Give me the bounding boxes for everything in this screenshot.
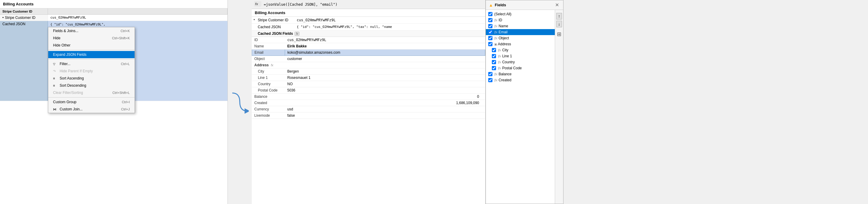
hide-parent-icon: ↷ <box>53 69 58 73</box>
left-table-header: Stripe Customer ID <box>0 8 227 15</box>
field-label-id: ID <box>252 37 285 43</box>
rp-stripe-value: cus_O2HmwPRYwMFz9L <box>295 18 485 23</box>
hierarchy-icon[interactable]: ⊞ <box>557 31 561 37</box>
menu-hide-other[interactable]: Hide Other <box>48 42 134 49</box>
field-value-id: cus_O2HmwPRYwMFz9L <box>285 37 485 43</box>
menu-custom-join[interactable]: ⋈ Custom Join... Ctrl+J <box>48 106 134 113</box>
menu-filter[interactable]: ▽ Filter... Ctrl+L <box>48 60 134 67</box>
move-up-button[interactable]: ↑ <box>556 13 562 20</box>
rp-cached-fields-header: Cached JSON Fields fx <box>252 31 485 37</box>
field-name-country: Country <box>502 60 515 64</box>
formula-text: =jsonValue([Cached JSON], "email") <box>264 2 338 7</box>
fx-label-line1: |fx <box>498 55 501 58</box>
field-item-name[interactable]: |fx Name <box>486 23 555 29</box>
menu-hide-parent[interactable]: ↷ Hide Parent If Empty <box>48 67 134 75</box>
field-value-currency: usd <box>285 106 485 113</box>
checkbox-postal[interactable] <box>492 66 496 70</box>
field-item-id[interactable]: |fx ID <box>486 17 555 23</box>
menu-fields-joins-shortcut: Ctrl+K <box>121 29 130 33</box>
right-main-panel: fx =jsonValue([Cached JSON], "email") Bi… <box>252 0 486 204</box>
fields-title: ▲ Fields <box>489 3 506 7</box>
field-name-line1: Line 1 <box>502 54 512 58</box>
table-row-email: Email koko@simulator.amazonses.com <box>252 50 485 56</box>
table-row: Name Eirik Bakke <box>252 43 485 50</box>
field-name-object: Object <box>498 36 509 40</box>
right-panel-title: Billing Accounts <box>252 9 485 17</box>
table-row: ID cus_O2HmwPRYwMFz9L <box>252 37 485 43</box>
checkbox-select-all[interactable] <box>488 12 492 16</box>
rp-cached-json-row: Cached JSON { "id": "cus_O2HmwPRYwMFz9L"… <box>252 24 485 31</box>
field-item-postal[interactable]: |fx Postal Code <box>486 65 555 71</box>
move-down-button[interactable]: ↓ <box>556 21 562 27</box>
field-item-city[interactable]: |fx City <box>486 47 555 53</box>
menu-custom-group-shortcut: Ctrl+I <box>122 100 130 104</box>
fx-label-email: |fx <box>494 31 497 34</box>
table-row: City Bergen <box>252 68 485 75</box>
right-title-text: Billing Accounts <box>255 10 285 15</box>
menu-sort-desc-label: Sort Descending <box>60 83 124 88</box>
field-value-address <box>285 62 485 68</box>
checkbox-id[interactable] <box>488 18 492 22</box>
fx-label-city: |fx <box>498 49 501 52</box>
checkbox-address[interactable] <box>488 42 492 46</box>
fx-bar-icon: fx <box>254 1 261 7</box>
field-label-livemode: Livemode <box>252 113 285 119</box>
checkbox-line1[interactable] <box>492 54 496 58</box>
field-label-name: Name <box>252 43 285 50</box>
field-name-created: Created <box>498 78 511 82</box>
menu-custom-group-label: Custom Group <box>53 100 116 104</box>
field-value-line1: Rosesmauet 1 <box>285 75 485 81</box>
menu-sort-asc[interactable]: ≡ Sort Ascending <box>48 75 134 82</box>
fx-label-created: |fx <box>494 79 497 82</box>
field-item-email[interactable]: |fx Email <box>486 29 555 35</box>
menu-sep-3 <box>48 97 134 97</box>
context-menu: Fields & Joins... Ctrl+K Hide Ctrl+Shift… <box>48 27 135 113</box>
field-item-address[interactable]: ▣ Address <box>486 41 555 47</box>
field-name-name: Name <box>498 24 508 28</box>
field-item-line1[interactable]: |fx Line 1 <box>486 53 555 59</box>
field-value-balance: 0 <box>285 94 485 100</box>
checkbox-name[interactable] <box>488 24 492 28</box>
checkbox-city[interactable] <box>492 48 496 52</box>
field-item-country[interactable]: |fx Country <box>486 59 555 65</box>
join-icon: ⋈ <box>53 108 58 111</box>
checkbox-created[interactable] <box>488 78 492 82</box>
checkbox-object[interactable] <box>488 36 492 40</box>
field-label-object: Object <box>252 56 285 62</box>
checkbox-balance[interactable] <box>488 72 492 76</box>
checkbox-email[interactable] <box>488 30 492 34</box>
table-row: Currency usd <box>252 106 485 113</box>
arrow-buttons-panel: ↑ ↓ ⊞ <box>555 10 563 204</box>
fields-table: ID cus_O2HmwPRYwMFz9L Name Eirik Bakke E… <box>252 37 485 119</box>
field-item-select-all[interactable]: (Select All) <box>486 11 555 17</box>
field-label-line1: Line 1 <box>252 75 285 81</box>
field-label-created: Created <box>252 100 285 106</box>
fields-fx-badge: fx <box>294 32 300 36</box>
menu-filter-shortcut: Ctrl+L <box>121 62 130 66</box>
sort-asc-icon: ≡ <box>53 77 58 80</box>
left-panel-title: Billing Accounts <box>0 0 227 8</box>
table-row: Postal Code 5036 <box>252 87 485 94</box>
menu-expand-json[interactable]: Expand JSON Fields <box>48 51 134 58</box>
menu-hide[interactable]: Hide Ctrl+Shift+K <box>48 34 134 42</box>
menu-sort-desc[interactable]: ≡ Sort Descending <box>48 82 134 89</box>
fx-label-balance: |fx <box>494 72 497 76</box>
table-row: Line 1 Rosesmauet 1 <box>252 75 485 81</box>
table-row: Created 1,686,109,090 <box>252 100 485 106</box>
field-label-email: Email <box>252 50 285 56</box>
field-value-country: NO <box>285 81 485 87</box>
menu-custom-group[interactable]: Custom Group Ctrl+I <box>48 98 134 106</box>
close-button[interactable]: ✕ <box>554 2 560 8</box>
left-panel: Billing Accounts Stripe Customer ID • St… <box>0 0 228 204</box>
fx-label-object: |fx <box>494 37 497 40</box>
field-label-address: Address fx <box>252 62 285 68</box>
checkbox-country[interactable] <box>492 60 496 64</box>
field-item-created[interactable]: |fx Created <box>486 77 555 83</box>
menu-clear-filter[interactable]: Clear Filter/Sorting Ctrl+Shift+L <box>48 89 134 96</box>
menu-fields-joins[interactable]: Fields & Joins... Ctrl+K <box>48 27 134 34</box>
field-item-balance[interactable]: |fx Balance <box>486 71 555 77</box>
field-item-object[interactable]: |fx Object <box>486 35 555 41</box>
warning-icon: ▲ <box>489 3 493 7</box>
col-header-stripe-id: Stripe Customer ID <box>0 8 48 14</box>
menu-filter-label: Filter... <box>60 62 115 66</box>
